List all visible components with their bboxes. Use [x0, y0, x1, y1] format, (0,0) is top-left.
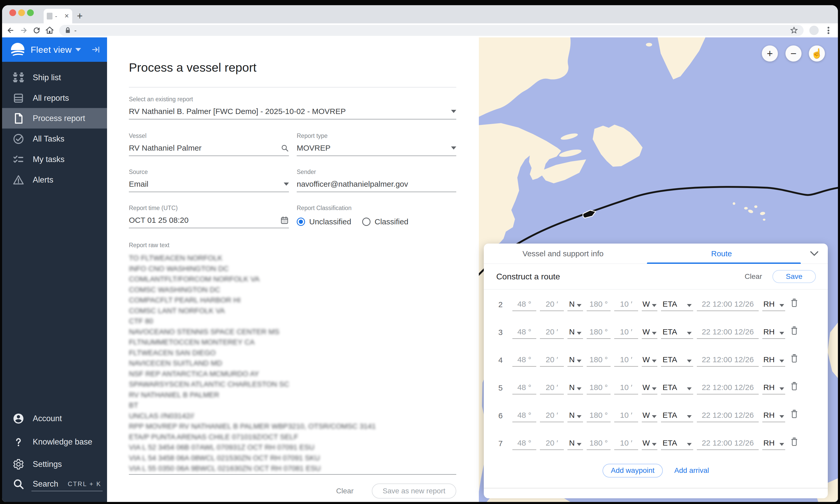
- browser-profile-avatar[interactable]: [809, 26, 819, 35]
- calendar-icon[interactable]: [280, 216, 289, 224]
- lat-minutes-input[interactable]: 20 ′: [546, 300, 558, 308]
- delete-waypoint-icon[interactable]: [790, 409, 799, 418]
- nav-mode-select[interactable]: RH: [762, 409, 785, 422]
- lat-hemisphere-select[interactable]: N: [567, 325, 583, 339]
- zoom-out-button[interactable]: −: [785, 46, 802, 61]
- nav-mode-select[interactable]: RH: [762, 298, 785, 311]
- eta-datetime-input[interactable]: 22 12:00 12/26: [702, 327, 754, 336]
- lat-degrees-input[interactable]: 48 °: [517, 300, 531, 308]
- fullscreen-window-button[interactable]: [27, 10, 34, 16]
- form-clear-button[interactable]: Clear: [336, 487, 354, 495]
- add-arrival-button[interactable]: Add arrival: [674, 466, 709, 475]
- lon-minutes-input[interactable]: 10 ′: [620, 300, 632, 308]
- route-clear-button[interactable]: Clear: [745, 272, 762, 281]
- lat-minutes-input[interactable]: 20 ′: [546, 438, 558, 447]
- sidebar-item-settings[interactable]: Settings: [2, 454, 107, 474]
- search-icon[interactable]: [281, 144, 289, 152]
- app-switcher-caret-icon[interactable]: [75, 48, 81, 51]
- back-icon[interactable]: [6, 26, 15, 35]
- sidebar-item-alerts[interactable]: Alerts: [2, 169, 107, 190]
- lon-degrees-input[interactable]: 180 °: [590, 327, 608, 336]
- route-save-button[interactable]: Save: [772, 270, 816, 283]
- address-bar[interactable]: -: [59, 25, 804, 36]
- sidebar-item-process-report[interactable]: Process report: [2, 108, 107, 128]
- lat-minutes-input[interactable]: 20 ′: [546, 411, 558, 420]
- forward-icon[interactable]: [19, 26, 28, 35]
- lat-degrees-input[interactable]: 48 °: [517, 355, 531, 364]
- lat-degrees-input[interactable]: 48 °: [517, 411, 531, 420]
- lon-hemisphere-select[interactable]: W: [642, 381, 657, 394]
- save-as-new-report-button[interactable]: Save as new report: [372, 484, 456, 499]
- lon-degrees-input[interactable]: 180 °: [590, 355, 608, 364]
- lon-hemisphere-select[interactable]: W: [642, 353, 657, 367]
- bookmark-star-icon[interactable]: [790, 26, 799, 35]
- lon-degrees-input[interactable]: 180 °: [590, 300, 608, 308]
- close-window-button[interactable]: [10, 10, 16, 16]
- eta-datetime-input[interactable]: 22 12:00 12/26: [702, 300, 754, 308]
- nav-mode-select[interactable]: RH: [762, 325, 785, 339]
- time-type-select[interactable]: ETA: [661, 353, 693, 367]
- sidebar-item-knowledge-base[interactable]: Knowledge base: [2, 432, 107, 452]
- time-type-select[interactable]: ETA: [661, 381, 693, 394]
- app-title[interactable]: Fleet view: [31, 45, 72, 55]
- zoom-in-button[interactable]: +: [762, 46, 778, 61]
- eta-datetime-input[interactable]: 22 12:00 12/26: [702, 383, 754, 392]
- lat-minutes-input[interactable]: 20 ′: [546, 383, 558, 392]
- collapse-panel-chevron-icon[interactable]: [810, 251, 819, 257]
- chevron-down-icon[interactable]: [451, 146, 456, 149]
- lat-hemisphere-select[interactable]: N: [567, 436, 583, 450]
- map[interactable]: + − ☝ Vessel and support info Route Cons…: [479, 37, 838, 502]
- browser-menu-icon[interactable]: [826, 26, 830, 35]
- pan-select-button[interactable]: ☝: [809, 46, 825, 61]
- delete-waypoint-icon[interactable]: [790, 353, 799, 363]
- browser-tab[interactable]: - ✕: [43, 9, 72, 23]
- sidebar-item-account[interactable]: Account: [2, 408, 107, 429]
- lat-hemisphere-select[interactable]: N: [567, 298, 583, 311]
- new-tab-button[interactable]: +: [77, 12, 83, 20]
- time-type-select[interactable]: ETA: [661, 436, 693, 450]
- lon-degrees-input[interactable]: 180 °: [590, 411, 608, 420]
- eta-datetime-input[interactable]: 22 12:00 12/26: [702, 411, 754, 420]
- chevron-down-icon[interactable]: [451, 110, 456, 113]
- lat-hemisphere-select[interactable]: N: [567, 353, 583, 367]
- nav-mode-select[interactable]: RH: [762, 353, 785, 367]
- lon-degrees-input[interactable]: 180 °: [590, 438, 608, 447]
- lat-degrees-input[interactable]: 48 °: [517, 438, 531, 447]
- lon-hemisphere-select[interactable]: W: [642, 325, 657, 339]
- radio-unclassified[interactable]: [297, 218, 305, 226]
- raw-text-block[interactable]: TO FLTWEACEN NORFOLKINFO CNO WASHINGTON …: [129, 253, 456, 474]
- sidebar-item-all-reports[interactable]: All reports: [2, 88, 107, 108]
- minimize-window-button[interactable]: [18, 10, 25, 16]
- tab-route[interactable]: Route: [642, 249, 801, 258]
- lon-minutes-input[interactable]: 10 ′: [620, 383, 632, 392]
- lat-degrees-input[interactable]: 48 °: [517, 327, 531, 336]
- collapse-sidebar-icon[interactable]: [91, 45, 100, 54]
- time-type-select[interactable]: ETA: [661, 325, 693, 339]
- report-time-field[interactable]: Report time (UTC) OCT 01 25 08:20: [129, 204, 289, 228]
- lon-hemisphere-select[interactable]: W: [642, 409, 657, 422]
- lat-minutes-input[interactable]: 20 ′: [546, 327, 558, 336]
- time-type-select[interactable]: ETA: [661, 298, 693, 311]
- lon-minutes-input[interactable]: 10 ′: [620, 327, 632, 336]
- delete-waypoint-icon[interactable]: [790, 381, 799, 391]
- lat-minutes-input[interactable]: 20 ′: [546, 355, 558, 364]
- reload-icon[interactable]: [32, 26, 41, 35]
- delete-waypoint-icon[interactable]: [790, 298, 799, 307]
- sidebar-item-ship-list[interactable]: Ship list: [2, 67, 107, 88]
- existing-report-field[interactable]: Select an existing report RV Nathaniel B…: [129, 96, 456, 120]
- lon-minutes-input[interactable]: 10 ′: [620, 411, 632, 420]
- chevron-down-icon[interactable]: [284, 182, 289, 186]
- sender-field[interactable]: Sender navofficer@nathanielpalmer.gov: [297, 168, 456, 192]
- delete-waypoint-icon[interactable]: [790, 436, 799, 446]
- sidebar-item-my-tasks[interactable]: My tasks: [2, 149, 107, 169]
- tab-close-icon[interactable]: ✕: [65, 13, 69, 19]
- lon-hemisphere-select[interactable]: W: [642, 298, 657, 311]
- lat-hemisphere-select[interactable]: N: [567, 409, 583, 422]
- radio-classified[interactable]: [362, 218, 370, 226]
- eta-datetime-input[interactable]: 22 12:00 12/26: [702, 438, 754, 447]
- nav-mode-select[interactable]: RH: [762, 436, 785, 450]
- nav-mode-select[interactable]: RH: [762, 381, 785, 394]
- delete-waypoint-icon[interactable]: [790, 325, 799, 335]
- add-waypoint-button[interactable]: Add waypoint: [602, 464, 663, 478]
- lon-minutes-input[interactable]: 10 ′: [620, 438, 632, 447]
